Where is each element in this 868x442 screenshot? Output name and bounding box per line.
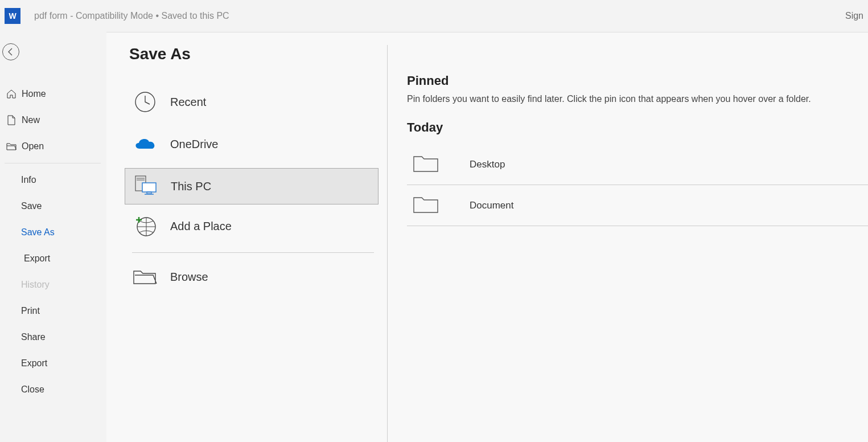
nav-share[interactable]: Share bbox=[0, 324, 106, 350]
folder-name: Desktop bbox=[470, 159, 505, 170]
word-logo: W bbox=[5, 8, 20, 24]
nav-home[interactable]: Home bbox=[0, 81, 106, 107]
page-title: Save As bbox=[129, 45, 386, 63]
nav-divider bbox=[5, 163, 101, 163]
home-icon bbox=[6, 88, 17, 100]
nav-history: History bbox=[0, 272, 106, 298]
folder-icon bbox=[413, 154, 440, 175]
recent-clock-icon bbox=[131, 88, 159, 116]
svg-rect-5 bbox=[147, 192, 151, 194]
nav-label: Export bbox=[21, 358, 47, 369]
back-arrow-icon bbox=[6, 47, 15, 56]
open-folder-icon bbox=[6, 141, 17, 152]
location-label: Browse bbox=[170, 271, 208, 284]
nav-label: Close bbox=[21, 384, 44, 395]
location-recent[interactable]: Recent bbox=[125, 84, 379, 120]
add-place-globe-icon bbox=[131, 212, 159, 240]
location-label: OneDrive bbox=[170, 138, 218, 151]
nav-new[interactable]: New bbox=[0, 107, 106, 133]
nav-close[interactable]: Close bbox=[0, 376, 106, 403]
pinned-header: Pinned bbox=[407, 73, 868, 88]
nav-label: New bbox=[22, 115, 40, 125]
nav-export-sub[interactable]: Export bbox=[0, 245, 106, 272]
folder-row-desktop[interactable]: Desktop bbox=[407, 144, 868, 185]
nav-label: Share bbox=[21, 332, 46, 342]
nav-label: Open bbox=[22, 141, 44, 152]
sign-in-link[interactable]: Sign bbox=[845, 11, 863, 21]
location-add-place[interactable]: Add a Place bbox=[125, 208, 379, 244]
folder-row-document[interactable]: Document bbox=[407, 185, 868, 226]
folder-name: Document bbox=[470, 200, 513, 211]
browse-folder-icon bbox=[131, 263, 159, 290]
nav-label: Save As bbox=[21, 227, 55, 238]
location-browse[interactable]: Browse bbox=[125, 259, 379, 295]
nav-label: Print bbox=[21, 306, 40, 316]
detail-column: Pinned Pin folders you want to easily fi… bbox=[387, 45, 868, 442]
computer-icon bbox=[132, 173, 159, 200]
location-column: Save As Recent OneDrive bbox=[106, 45, 387, 442]
pinned-hint: Pin folders you want to easily find late… bbox=[407, 94, 868, 104]
location-label: Add a Place bbox=[170, 220, 232, 233]
main-panel: Save As Recent OneDrive bbox=[106, 32, 868, 442]
nav-save[interactable]: Save bbox=[0, 193, 106, 219]
nav-export[interactable]: Export bbox=[0, 350, 106, 376]
titlebar: W pdf form - Compatibility Mode • Saved … bbox=[0, 0, 868, 32]
nav-label: History bbox=[21, 280, 50, 290]
svg-rect-4 bbox=[142, 183, 156, 192]
backstage-nav: Home New Open Info Save Save As Export H… bbox=[0, 32, 106, 442]
nav-print[interactable]: Print bbox=[0, 298, 106, 324]
location-label: Recent bbox=[170, 96, 206, 109]
location-label: This PC bbox=[171, 180, 211, 193]
nav-open[interactable]: Open bbox=[0, 133, 106, 159]
location-this-pc[interactable]: This PC bbox=[125, 168, 379, 204]
folder-icon bbox=[413, 195, 440, 216]
nav-save-as[interactable]: Save As bbox=[0, 219, 106, 245]
today-header: Today bbox=[407, 120, 868, 135]
new-icon bbox=[6, 114, 17, 126]
location-divider bbox=[132, 252, 374, 253]
location-onedrive[interactable]: OneDrive bbox=[125, 126, 379, 162]
nav-label: Export bbox=[24, 253, 50, 264]
nav-label: Home bbox=[22, 89, 46, 99]
back-button[interactable] bbox=[2, 43, 19, 60]
onedrive-cloud-icon bbox=[131, 130, 159, 158]
document-title: pdf form - Compatibility Mode • Saved to… bbox=[34, 11, 229, 21]
nav-label: Info bbox=[21, 175, 36, 185]
nav-info[interactable]: Info bbox=[0, 167, 106, 193]
nav-label: Save bbox=[21, 201, 42, 211]
